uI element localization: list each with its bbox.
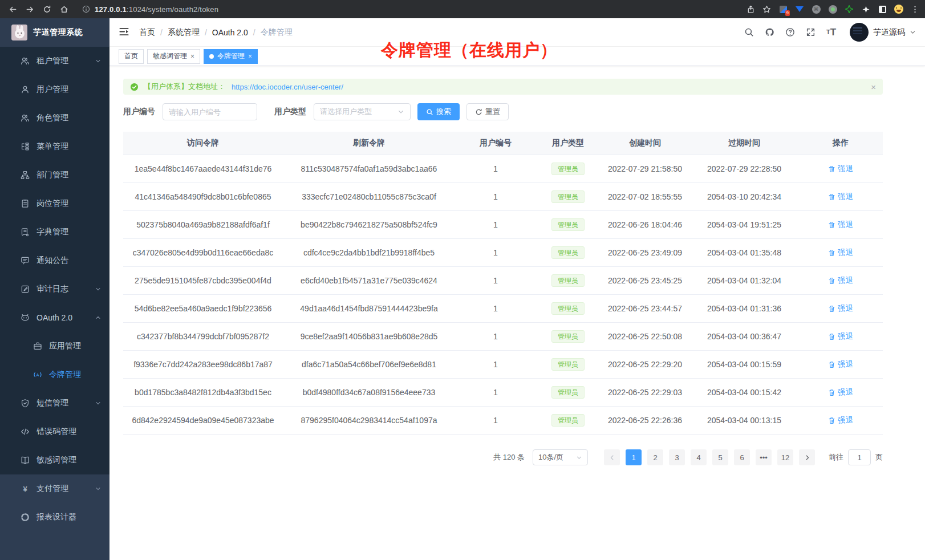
- share-icon[interactable]: [747, 5, 755, 14]
- next-page-button[interactable]: [799, 449, 815, 465]
- search-button-label: 搜索: [436, 107, 451, 117]
- page-button-4[interactable]: 4: [691, 449, 707, 465]
- sidebar-item-tenant[interactable]: 租户管理: [0, 47, 109, 75]
- user-menu[interactable]: 芋道源码: [850, 23, 916, 42]
- cell-action: 强退: [798, 351, 883, 378]
- extension-record-icon[interactable]: [828, 5, 837, 14]
- sidebar-item-oauth2[interactable]: OAuth 2.0: [0, 303, 109, 332]
- extension-pixel-icon[interactable]: 9: [778, 5, 788, 14]
- column-header: 用户编号: [455, 132, 536, 155]
- sidebar-item-dept[interactable]: 部门管理: [0, 161, 109, 189]
- extension-pinwheel-icon[interactable]: [861, 5, 870, 14]
- page-button-2[interactable]: 2: [647, 449, 663, 465]
- alert-close-icon[interactable]: ×: [871, 82, 876, 92]
- sidebar-item-user[interactable]: 用户管理: [0, 75, 109, 104]
- alert-text: 【用户体系】文档地址：: [144, 82, 225, 92]
- force-logout-button[interactable]: 强退: [828, 247, 853, 258]
- trash-icon: [828, 165, 835, 173]
- trash-icon: [828, 277, 835, 285]
- cell-action: 强退: [798, 183, 883, 210]
- extension-gem-icon[interactable]: [795, 5, 804, 14]
- sidebar-fold-icon[interactable]: [119, 26, 131, 39]
- sidebar-item-post[interactable]: 岗位管理: [0, 189, 109, 218]
- force-logout-button[interactable]: 强退: [828, 192, 853, 202]
- force-logout-button[interactable]: 强退: [828, 220, 853, 230]
- help-icon[interactable]: [785, 27, 796, 38]
- sidebar-item-pay[interactable]: ¥支付管理: [0, 474, 109, 503]
- doc-link[interactable]: https://doc.iocoder.cn/user-center/: [232, 83, 343, 91]
- browser-back-button[interactable]: [6, 2, 19, 16]
- notice-icon: [21, 256, 30, 265]
- tab-close-icon[interactable]: ×: [190, 53, 194, 60]
- cell-user_type: 管理员: [536, 211, 600, 238]
- sidebar-item-sms[interactable]: 短信管理: [0, 389, 109, 417]
- tab-1[interactable]: 敏感词管理×: [147, 49, 200, 64]
- force-logout-button[interactable]: 强退: [828, 275, 853, 286]
- page-button-12[interactable]: 12: [777, 449, 793, 465]
- browser-forward-button[interactable]: [23, 2, 36, 16]
- cell-user_type: 管理员: [536, 267, 600, 294]
- force-logout-button[interactable]: 强退: [828, 387, 853, 397]
- goto-page-input[interactable]: [848, 449, 871, 465]
- cell-access_token: 1ea5e44f8bc1467aaede43144f31de76: [123, 155, 283, 182]
- sidebar-item-notice[interactable]: 通知公告: [0, 246, 109, 275]
- sidebar-item-dict[interactable]: 字典管理: [0, 218, 109, 246]
- search-icon[interactable]: [744, 27, 754, 38]
- force-logout-button[interactable]: 强退: [828, 331, 853, 342]
- page-button-5[interactable]: 5: [712, 449, 728, 465]
- fullscreen-icon[interactable]: [805, 27, 816, 38]
- sidebar-item-role[interactable]: 角色管理: [0, 104, 109, 132]
- sidebar-item-audit-log[interactable]: 审计日志: [0, 275, 109, 303]
- user-id-input[interactable]: [163, 103, 257, 120]
- breadcrumb-item[interactable]: 首页: [139, 27, 155, 38]
- reset-button[interactable]: 重置: [466, 103, 509, 120]
- sidebar-item-oauth2-app[interactable]: 应用管理: [0, 332, 109, 360]
- github-icon[interactable]: [764, 27, 775, 38]
- force-logout-button[interactable]: 强退: [828, 359, 853, 370]
- search-button[interactable]: 搜索: [417, 103, 460, 120]
- tab-2[interactable]: 令牌管理×: [204, 49, 258, 64]
- sidebar-item-menu[interactable]: 菜单管理: [0, 132, 109, 161]
- pagination-ellipsis[interactable]: •••: [756, 449, 772, 465]
- sidebar-menu-bottom: ¥支付管理报表设计器: [0, 474, 109, 560]
- page-button-1[interactable]: 1: [626, 449, 642, 465]
- sidebar-item-label: 敏感词管理: [36, 455, 102, 465]
- breadcrumb-item[interactable]: OAuth 2.0: [212, 28, 248, 37]
- browser-home-button[interactable]: [57, 2, 71, 16]
- profile-avatar-emoji[interactable]: [894, 5, 903, 14]
- cell-refresh_token: be90422b8c7946218275a508bf524fc9: [283, 211, 455, 238]
- page-size-select[interactable]: 10条/页: [533, 449, 588, 465]
- sidebar-item-error-code[interactable]: 错误码管理: [0, 417, 109, 446]
- tab-0[interactable]: 首页: [119, 49, 144, 64]
- sidebar-item-oauth2-token[interactable]: A令牌管理: [0, 360, 109, 389]
- donut-icon: [21, 513, 30, 522]
- sidebar-item-label: 字典管理: [36, 227, 102, 237]
- force-logout-button[interactable]: 强退: [828, 164, 853, 174]
- trash-icon: [828, 249, 835, 257]
- force-logout-label: 强退: [838, 192, 853, 202]
- browser-menu-icon[interactable]: [911, 5, 919, 14]
- font-size-icon[interactable]: TT: [826, 27, 837, 38]
- tab-close-icon[interactable]: ×: [248, 53, 252, 60]
- page-button-6[interactable]: 6: [734, 449, 750, 465]
- force-logout-button[interactable]: 强退: [828, 415, 853, 425]
- extension-star-icon[interactable]: [845, 5, 854, 14]
- sidebar-item-sensitive-word[interactable]: 敏感词管理: [0, 446, 109, 474]
- code-icon: [21, 427, 30, 436]
- browser-toolbar: 127.0.0.1:1024/system/oauth2/token 9 ⌘: [0, 0, 925, 18]
- force-logout-button[interactable]: 强退: [828, 303, 853, 314]
- site-info-icon[interactable]: [82, 5, 90, 13]
- extension-command-icon[interactable]: ⌘: [812, 5, 821, 14]
- sidebar-item-report-designer[interactable]: 报表设计器: [0, 503, 109, 531]
- prev-page-button[interactable]: [604, 449, 620, 465]
- page-button-3[interactable]: 3: [669, 449, 685, 465]
- user-type-select[interactable]: 请选择用户类型: [314, 103, 411, 120]
- red-annotation-text: 令牌管理（在线用户）: [381, 39, 558, 62]
- extension-sidepanel-icon[interactable]: [878, 5, 887, 14]
- bookmark-star-icon[interactable]: [762, 5, 771, 14]
- breadcrumb-item[interactable]: 系统管理: [168, 27, 200, 38]
- address-bar[interactable]: 127.0.0.1:1024/system/oauth2/token: [82, 5, 743, 14]
- user-type-badge: 管理员: [551, 414, 585, 427]
- cell-access_token: c342377bf8b344799dcbf7bf095287f2: [123, 323, 283, 350]
- browser-reload-button[interactable]: [40, 2, 54, 16]
